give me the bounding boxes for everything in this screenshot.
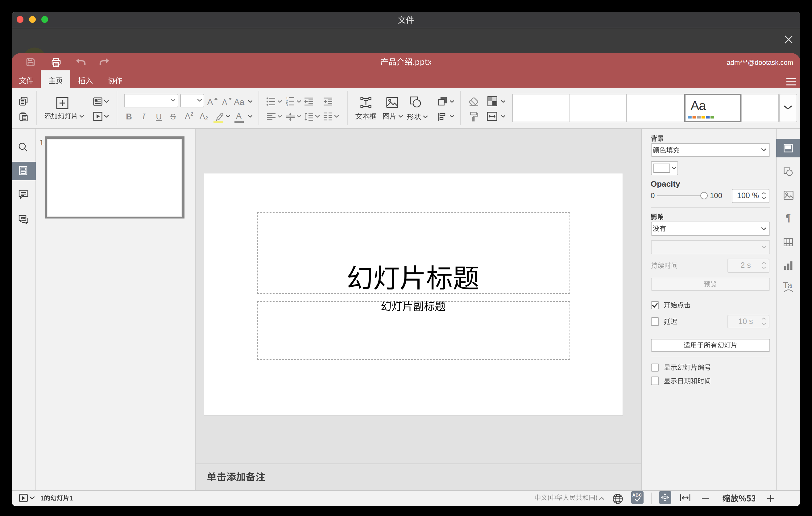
svg-text:3: 3 [285,103,288,106]
